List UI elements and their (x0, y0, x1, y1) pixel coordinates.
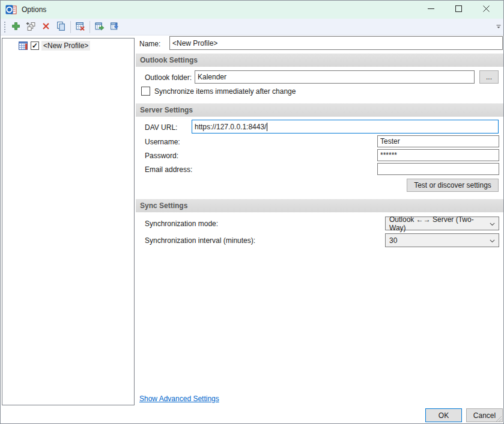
text-caret (267, 123, 267, 131)
outlook-app-icon (5, 4, 17, 16)
chevron-down-icon (496, 23, 501, 31)
copy-profile-button[interactable] (54, 20, 68, 34)
test-settings-button[interactable]: Test or discover settings (407, 179, 499, 192)
dav-url-value: https://127.0.0.1:8443/ (195, 123, 266, 131)
username-input[interactable] (377, 135, 499, 147)
ok-button[interactable]: OK (425, 408, 462, 422)
sync-immediately-label: Synchronize items immediately after chan… (154, 87, 296, 96)
outlook-folder-input[interactable] (195, 70, 475, 84)
table-clear-icon (75, 21, 85, 33)
email-label: Email address: (145, 165, 192, 174)
add-profile-button[interactable] (9, 20, 23, 34)
add-multiple-icon (26, 21, 36, 33)
table-import-icon (109, 21, 120, 33)
dav-url-label: DAV URL: (145, 123, 177, 132)
close-button[interactable] (472, 1, 500, 19)
minimize-button[interactable] (417, 1, 445, 19)
toolbar-overflow-button[interactable] (494, 19, 502, 35)
sync-interval-select[interactable]: 30 (385, 233, 499, 247)
profile-label: <New Profile> (41, 41, 90, 51)
table-export-icon (94, 21, 105, 33)
sync-immediately-checkbox[interactable] (141, 87, 150, 96)
section-outlook-settings: Outlook Settings (136, 54, 504, 67)
titlebar[interactable]: Options (1, 1, 503, 19)
sync-mode-select[interactable]: Outlook ←→ Server (Two-Way) (385, 217, 499, 230)
profile-checkbox[interactable]: ✓ (31, 41, 39, 50)
chevron-down-icon (490, 220, 495, 228)
browse-folder-button[interactable]: ... (479, 70, 499, 84)
minimize-icon (428, 5, 434, 14)
name-input[interactable] (169, 36, 503, 50)
password-label: Password: (145, 152, 178, 160)
window-title: Options (22, 5, 46, 14)
sync-mode-value: Outlook ←→ Server (Two-Way) (389, 215, 490, 232)
sync-mode-label: Synchronization mode: (145, 220, 218, 228)
add-plus-icon (11, 21, 21, 33)
calendar-icon (19, 41, 28, 51)
close-icon (483, 5, 490, 14)
delete-x-icon (41, 21, 51, 33)
maximize-icon (455, 5, 462, 14)
password-input[interactable] (377, 149, 499, 161)
toolbar-separator (90, 21, 90, 33)
section-server-settings: Server Settings (136, 103, 504, 117)
name-label: Name: (139, 40, 160, 48)
dav-url-input[interactable]: https://127.0.0.1:8443/ (192, 120, 499, 134)
section-sync-settings: Sync Settings (136, 199, 504, 212)
toolbar-separator (70, 21, 71, 33)
chevron-down-icon (490, 236, 495, 245)
clear-cache-button[interactable] (73, 20, 87, 34)
email-input[interactable] (377, 163, 499, 175)
import-profiles-button[interactable] (108, 20, 121, 34)
copy-icon (56, 21, 66, 33)
toolbar (1, 19, 503, 35)
profiles-tree[interactable]: ✓ <New Profile> (2, 38, 135, 405)
add-multiple-profiles-button[interactable] (24, 20, 38, 34)
check-glyph: ✓ (32, 42, 38, 49)
outlook-folder-label: Outlook folder: (145, 73, 192, 82)
tree-item-profile[interactable]: ✓ <New Profile> (2, 40, 134, 51)
show-advanced-settings-link[interactable]: Show Advanced Settings (139, 395, 219, 403)
delete-profile-button[interactable] (39, 20, 53, 34)
sync-interval-label: Synchronization interval (minutes): (145, 236, 255, 245)
toolbar-grip[interactable] (4, 21, 6, 33)
resize-grip[interactable] (495, 415, 502, 422)
username-label: Username: (145, 138, 180, 146)
maximize-button[interactable] (445, 1, 472, 19)
export-profiles-button[interactable] (93, 20, 106, 34)
options-dialog: Options (0, 0, 504, 424)
sync-interval-value: 30 (389, 236, 397, 245)
